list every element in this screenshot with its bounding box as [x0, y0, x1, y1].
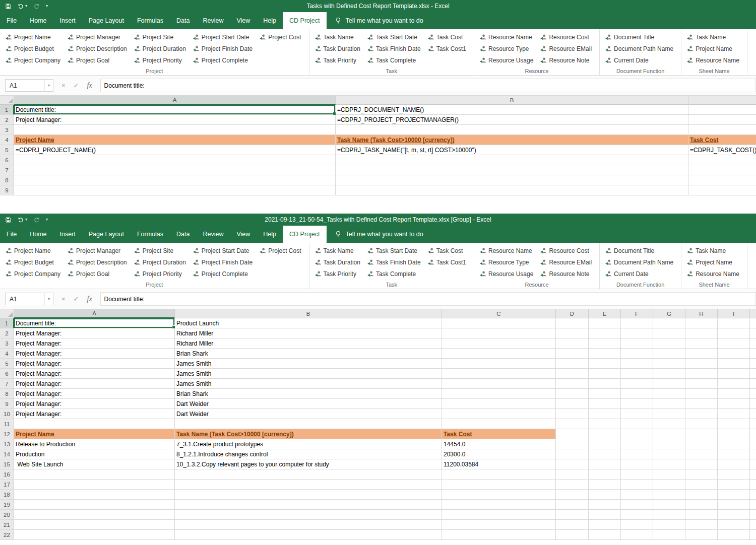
cell-A15[interactable]: Web Site Launch: [14, 459, 175, 469]
row-header-20[interactable]: 20: [0, 510, 14, 520]
cell-C10[interactable]: [442, 409, 556, 419]
cell-A6[interactable]: [14, 155, 336, 165]
cell-A8[interactable]: Project Manager:: [14, 389, 175, 399]
cell-B10[interactable]: Dart Weider: [175, 409, 442, 419]
cell-G2[interactable]: [653, 328, 685, 338]
row-header-2[interactable]: 2: [0, 115, 14, 125]
cell-G12[interactable]: [653, 429, 685, 439]
cell-E3[interactable]: [589, 338, 621, 349]
cell-I18[interactable]: [718, 490, 750, 500]
cell-B12[interactable]: Task Name (Task Cost>10000 [currency]): [175, 429, 442, 439]
row-header-6[interactable]: 6: [0, 369, 14, 379]
row-header-21[interactable]: 21: [0, 520, 14, 530]
cell-C13[interactable]: 14454.0: [442, 439, 556, 449]
cell-I1[interactable]: [718, 318, 750, 328]
cell-E11[interactable]: [589, 419, 621, 429]
cell-D13[interactable]: [556, 439, 589, 449]
cell-B5[interactable]: =CDPRJ_TASK_NAME("[t, m, st, rt] COST>10…: [336, 145, 688, 155]
cell-C1[interactable]: [688, 105, 756, 115]
cell-E4[interactable]: [589, 349, 621, 359]
row-header-9[interactable]: 9: [0, 185, 14, 195]
cell-E9[interactable]: [589, 399, 621, 409]
cell-C5[interactable]: =CDPRJ_TASK_COST(): [688, 145, 756, 155]
ribbon-button-task-name[interactable]: Task Name: [312, 31, 365, 43]
cell-B20[interactable]: [175, 510, 442, 520]
cell-G14[interactable]: [653, 449, 685, 459]
tab-page-layout[interactable]: Page Layout: [82, 226, 131, 243]
tab-data[interactable]: Data: [170, 12, 196, 29]
cell-A12[interactable]: Project Name: [14, 429, 175, 439]
cell-H17[interactable]: [685, 480, 718, 490]
formula-input[interactable]: Document title:: [100, 79, 756, 92]
ribbon-button-task-complete[interactable]: Task Complete: [365, 268, 425, 280]
cell-H6[interactable]: [685, 369, 718, 379]
cell-J15[interactable]: [750, 459, 756, 469]
cell-A7[interactable]: Project Manager:: [14, 379, 175, 389]
cell-A1[interactable]: Document title:: [14, 318, 175, 328]
cell-E16[interactable]: [589, 469, 621, 480]
row-header-7[interactable]: 7: [0, 165, 14, 175]
cell-J8[interactable]: [750, 389, 756, 399]
cell-C9[interactable]: [442, 399, 556, 409]
cell-I7[interactable]: [718, 379, 750, 389]
cell-C21[interactable]: [442, 520, 556, 530]
cell-E22[interactable]: [589, 530, 621, 540]
cell-J21[interactable]: [750, 520, 756, 530]
ribbon-button-resource-name[interactable]: Resource Name: [477, 245, 538, 256]
ribbon-button-project-duration[interactable]: Project Duration: [132, 43, 191, 54]
cell-B18[interactable]: [175, 490, 442, 500]
cell-G19[interactable]: [653, 500, 685, 510]
cell-G17[interactable]: [653, 480, 685, 490]
ribbon-button-project-description[interactable]: Project Description: [65, 256, 132, 268]
cell-B1[interactable]: =CDPRJ_DOCUMENT_NAME(): [336, 105, 688, 115]
cell-E13[interactable]: [589, 439, 621, 449]
cell-I21[interactable]: [718, 520, 750, 530]
cell-A1[interactable]: Document title:: [14, 105, 336, 115]
column-header-C[interactable]: [688, 96, 756, 105]
ribbon-button-task-cost1[interactable]: Task Cost1: [425, 256, 471, 268]
ribbon-button-project-start-date[interactable]: Project Start Date: [191, 31, 257, 43]
redo-icon[interactable]: [33, 217, 40, 223]
tab-help[interactable]: Help: [257, 226, 283, 243]
tab-review[interactable]: Review: [196, 12, 230, 29]
ribbon-button-task-cost1[interactable]: Task Cost1: [425, 43, 471, 54]
cell-A10[interactable]: Project Manager:: [14, 409, 175, 419]
customize-quick-access-icon[interactable]: ▾: [46, 4, 48, 8]
tell-me[interactable]: Tell me what you want to do: [327, 12, 431, 29]
ribbon-button-project-cost[interactable]: Project Cost: [257, 245, 305, 256]
tab-help[interactable]: Help: [257, 12, 283, 29]
cell-D21[interactable]: [556, 520, 589, 530]
cell-G7[interactable]: [653, 379, 685, 389]
cell-C4[interactable]: [442, 349, 556, 359]
ribbon-button-project-manager[interactable]: Project Manager: [65, 31, 132, 43]
formula-input[interactable]: Document title:: [100, 292, 756, 306]
row-header-5[interactable]: 5: [0, 145, 14, 155]
insert-function-button[interactable]: fx: [87, 82, 92, 90]
cell-H14[interactable]: [685, 449, 718, 459]
ribbon-button-task-complete[interactable]: Task Complete: [365, 54, 425, 66]
cell-D20[interactable]: [556, 510, 589, 520]
cell-C5[interactable]: [442, 359, 556, 369]
cell-B9[interactable]: [336, 185, 688, 195]
ribbon-button-project-site[interactable]: Project Site: [132, 31, 191, 43]
cell-I16[interactable]: [718, 469, 750, 480]
cell-G18[interactable]: [653, 490, 685, 500]
cell-D16[interactable]: [556, 469, 589, 480]
tab-formulas[interactable]: Formulas: [131, 226, 170, 243]
cell-G8[interactable]: [653, 389, 685, 399]
cell-C15[interactable]: 11200.03584: [442, 459, 556, 469]
cell-J6[interactable]: [750, 369, 756, 379]
column-header-B[interactable]: B: [336, 96, 688, 105]
tab-data[interactable]: Data: [170, 226, 196, 243]
cell-D19[interactable]: [556, 500, 589, 510]
cell-H8[interactable]: [685, 389, 718, 399]
cell-B17[interactable]: [175, 480, 442, 490]
cell-D9[interactable]: [556, 399, 589, 409]
ribbon-button-task-finish-date[interactable]: Task Finish Date: [365, 43, 425, 54]
cell-F21[interactable]: [621, 520, 653, 530]
ribbon-button-document-path-name[interactable]: Document Path Name: [603, 256, 678, 268]
ribbon-button-project-company[interactable]: Project Company: [3, 268, 65, 280]
ribbon-button-project-manager[interactable]: Project Manager: [65, 245, 132, 256]
cell-D14[interactable]: [556, 449, 589, 459]
select-all-corner[interactable]: [0, 309, 14, 318]
